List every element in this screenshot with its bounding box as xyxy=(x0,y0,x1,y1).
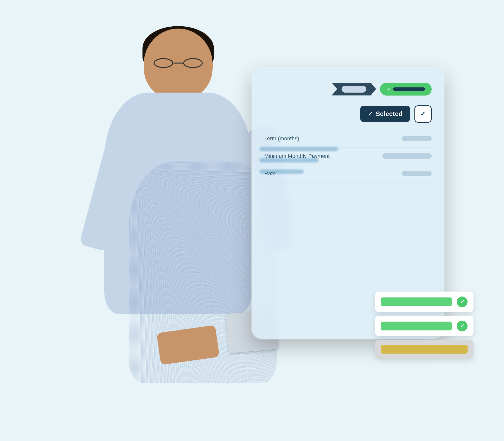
step-1-inner xyxy=(342,86,366,93)
step-2-active: ✓ xyxy=(380,83,432,96)
card-2-check-icon: ✓ xyxy=(457,321,468,331)
card-3-bar xyxy=(381,345,468,354)
card-1-bar xyxy=(381,297,452,306)
card-3[interactable] xyxy=(375,340,473,359)
table-row-term: Term (months) xyxy=(264,130,432,147)
term-value xyxy=(402,136,432,141)
payment-label: Minimum Monthly Payment xyxy=(264,153,378,159)
selected-row: ✓ Selected ✓ xyxy=(264,105,432,123)
main-scene: ✓ ✓ Selected ✓ Term (months) xyxy=(80,24,424,418)
step-1 xyxy=(332,83,376,96)
selected-button[interactable]: ✓ Selected xyxy=(360,106,410,122)
step-2-check-icon: ✓ xyxy=(387,86,391,92)
person-body xyxy=(104,93,252,314)
checkbox[interactable]: ✓ xyxy=(414,105,432,123)
step-2-bar xyxy=(393,87,425,91)
selected-check-icon: ✓ xyxy=(368,110,373,118)
selected-label: Selected xyxy=(376,110,403,118)
term-label: Term (months) xyxy=(264,135,397,142)
person-head xyxy=(144,29,213,100)
card-1-check-icon: ✓ xyxy=(457,296,468,307)
rate-label: Rate xyxy=(264,170,397,177)
ui-panel: ✓ ✓ Selected ✓ Term (months) xyxy=(252,68,444,339)
rate-value xyxy=(402,171,432,176)
table-row-payment: Minimum Monthly Payment xyxy=(264,147,432,165)
step-1-arrow xyxy=(332,83,376,96)
card-1[interactable]: ✓ xyxy=(375,292,473,312)
card-2[interactable]: ✓ xyxy=(375,316,473,336)
payment-value xyxy=(382,153,432,159)
checkbox-check-icon: ✓ xyxy=(420,110,426,118)
table-row-rate: Rate xyxy=(264,165,432,182)
cards-area: ✓ ✓ xyxy=(375,292,473,359)
card-2-bar xyxy=(381,322,452,330)
progress-bar: ✓ xyxy=(264,83,432,96)
